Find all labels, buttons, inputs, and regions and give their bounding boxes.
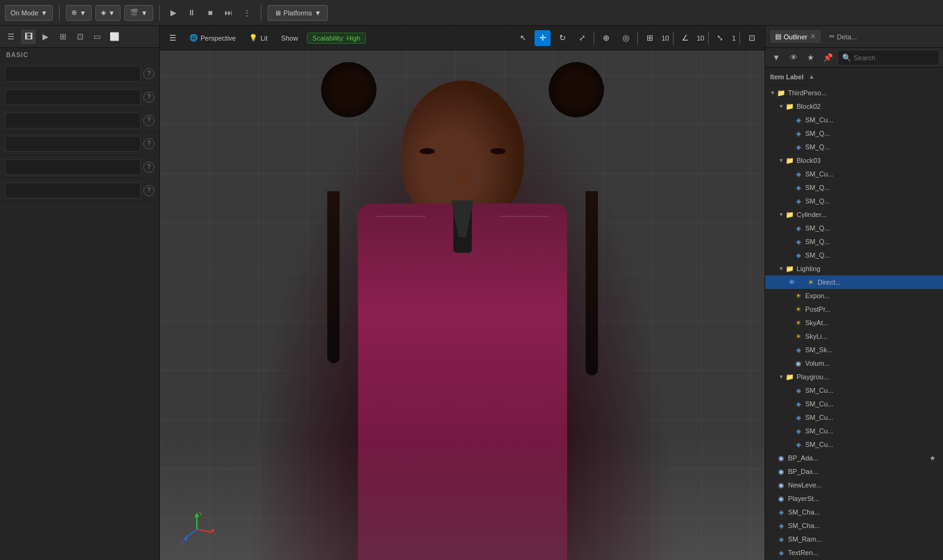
tree-item[interactable]: ☀ SkyAt... xyxy=(765,316,943,329)
lp-play-btn[interactable]: ▶ xyxy=(38,30,53,44)
tab-details[interactable]: ✏ Deta... xyxy=(824,30,862,43)
tree-arrow[interactable]: ▼ xyxy=(769,89,776,97)
outliner-list[interactable]: ▼ 📁 ThirdPerso... ▼ 📁 Block02 ◈ SM_Cu...… xyxy=(765,86,943,560)
tree-item[interactable]: ◈ SM_Cu... xyxy=(765,384,943,397)
tree-item[interactable]: ◈ SM_Q... xyxy=(765,221,943,235)
star-filter-btn[interactable]: ★ xyxy=(803,50,818,65)
outliner-tab-close[interactable]: ✕ xyxy=(810,33,816,41)
platforms-button[interactable]: 🖥 Platforms ▼ xyxy=(268,5,328,21)
tree-item[interactable]: ◉ NewLeve... xyxy=(765,478,943,492)
scale-tool-btn[interactable]: ⤢ xyxy=(574,30,590,46)
lp-grid4-btn[interactable]: ⊞ xyxy=(55,30,70,44)
property-input-2[interactable] xyxy=(5,89,141,105)
pin-filter-btn[interactable]: 📌 xyxy=(821,50,835,65)
grid-size-input[interactable]: 10 xyxy=(661,34,669,42)
skip-button[interactable]: ⏭ xyxy=(221,6,236,20)
tree-item[interactable]: ◈ SM_Ram... xyxy=(765,532,943,546)
tree-arrow[interactable]: ▼ xyxy=(778,265,785,272)
tree-item[interactable]: ◈ SM_Cu... xyxy=(765,113,943,127)
tree-item[interactable]: ◈ SM_Q... xyxy=(765,194,943,208)
grid-view-btn[interactable]: ⊞ xyxy=(642,30,658,46)
tree-item[interactable]: ◈ SM_Sk... xyxy=(765,343,943,357)
cinema-btn[interactable]: 🎬 ▼ xyxy=(124,5,153,21)
lp-rect-btn[interactable]: ▭ xyxy=(90,30,105,44)
tree-item[interactable]: ▼ 📁 ThirdPerso... xyxy=(765,86,943,100)
scalability-badge[interactable]: Scalability: High xyxy=(307,33,366,44)
tree-item[interactable]: ◈ SM_Q... xyxy=(765,140,943,154)
tree-item[interactable]: ☀ PostPr... xyxy=(765,302,943,316)
property-input-3[interactable] xyxy=(5,112,141,128)
outliner-search[interactable]: 🔍 xyxy=(838,50,939,66)
tree-item[interactable]: ☀ Expon... xyxy=(765,289,943,302)
tab-outliner[interactable]: ▤ Outliner ✕ xyxy=(770,30,821,43)
lit-btn[interactable]: 💡 Lit xyxy=(244,32,273,44)
property-input-4[interactable] xyxy=(5,136,141,152)
help-btn-1[interactable]: ? xyxy=(143,68,154,79)
blueprint-btn[interactable]: ◈ ▼ xyxy=(95,5,121,21)
tree-arrow[interactable]: ▼ xyxy=(778,373,785,381)
tree-item[interactable]: ◈ SM_Q... xyxy=(765,248,943,262)
mode-selector[interactable]: On Mode ▼ xyxy=(5,5,53,21)
pause-button[interactable]: ⏸ xyxy=(185,6,199,20)
tree-item[interactable]: ☀ SkyLi... xyxy=(765,329,943,343)
viewport-menu-btn[interactable]: ☰ xyxy=(165,30,181,46)
tree-item[interactable]: ◈ SM_Cu... xyxy=(765,397,943,411)
surface-snapping-btn[interactable]: ◎ xyxy=(618,30,634,46)
rotation-snap-btn[interactable]: ∠ xyxy=(677,30,693,46)
tree-arrow[interactable]: ▼ xyxy=(778,157,785,164)
transform-tool-btn[interactable]: ✛ xyxy=(535,30,551,46)
tree-arrow[interactable]: ▼ xyxy=(778,211,785,218)
scale-snap-btn[interactable]: ⤡ xyxy=(712,30,728,46)
help-btn-6[interactable]: ? xyxy=(143,185,154,196)
camera-options-btn[interactable]: ⊡ xyxy=(744,30,760,46)
filter-btn[interactable]: ▼ xyxy=(769,50,784,65)
search-input[interactable] xyxy=(854,54,935,61)
tree-item[interactable]: ▼ 📁 Block02 xyxy=(765,100,943,113)
select-tool-btn[interactable]: ↖ xyxy=(515,30,531,46)
tree-item[interactable]: ◈ SM_Cu... xyxy=(765,438,943,451)
rotation-snap-input[interactable]: 10 xyxy=(697,34,704,42)
tree-item[interactable]: ▼ 📁 Block03 xyxy=(765,154,943,167)
tree-item[interactable]: ◉ Volum... xyxy=(765,357,943,370)
rotate-tool-btn[interactable]: ↻ xyxy=(554,30,570,46)
favorite-star-btn[interactable]: ★ xyxy=(927,452,938,463)
tree-item[interactable]: ▼ 📁 Cylinder... xyxy=(765,208,943,221)
play-button[interactable]: ▶ xyxy=(166,6,181,20)
help-btn-4[interactable]: ? xyxy=(143,138,154,149)
help-btn-2[interactable]: ? xyxy=(143,92,154,103)
show-btn[interactable]: Show xyxy=(276,33,303,44)
lp-list-btn[interactable]: ☰ xyxy=(4,30,18,44)
lp-window-btn[interactable]: ⊡ xyxy=(73,30,87,44)
help-btn-5[interactable]: ? xyxy=(143,162,154,173)
help-btn-3[interactable]: ? xyxy=(143,115,154,126)
tree-item[interactable]: ◉ BP_Dax... xyxy=(765,465,943,478)
stop-button[interactable]: ■ xyxy=(203,6,218,20)
property-input-5[interactable] xyxy=(5,159,141,175)
tree-item[interactable]: ◉ PlayerSt... xyxy=(765,492,943,505)
lp-film-btn[interactable]: 🎞 xyxy=(21,30,36,44)
add-actor-btn[interactable]: ⊕ ▼ xyxy=(66,5,92,21)
tree-item[interactable]: ◈ SM_Cu... xyxy=(765,424,943,438)
item-label-sort-icon[interactable]: ▲ xyxy=(808,73,814,80)
tree-item[interactable]: ▼ 📁 Lighting xyxy=(765,262,943,275)
viewport[interactable]: X Y Z ☰ 🌐 Perspective 💡 Lit Show xyxy=(160,26,765,560)
tree-item[interactable]: ◈ SM_Cu... xyxy=(765,411,943,424)
tree-item[interactable]: ◈ SM_Q... xyxy=(765,181,943,194)
tree-item[interactable]: ◈ SM_Cu... xyxy=(765,167,943,181)
property-input-1[interactable] xyxy=(5,66,141,82)
tree-item[interactable]: ◈ SM_Q... xyxy=(765,235,943,248)
property-input-6[interactable] xyxy=(5,183,141,199)
tree-item[interactable]: ▼ 📁 Playgrou... xyxy=(765,370,943,384)
perspective-btn[interactable]: 🌐 Perspective xyxy=(185,32,241,44)
tree-item[interactable]: ◈ SM_Cha... xyxy=(765,519,943,532)
lp-extra-btn[interactable]: ⬜ xyxy=(107,30,122,44)
extra-options-btn[interactable]: ⋮ xyxy=(240,6,255,20)
eye-filter-btn[interactable]: 👁 xyxy=(786,50,801,65)
tree-item[interactable]: ◈ TextRen... xyxy=(765,546,943,559)
tree-arrow[interactable]: ▼ xyxy=(778,103,785,110)
scale-snap-input[interactable]: 1 xyxy=(732,34,736,42)
tree-item[interactable]: ◈ SM_Q... xyxy=(765,127,943,140)
tree-item[interactable]: ◉ BP_Ada... ★ xyxy=(765,451,943,465)
world-space-btn[interactable]: ⊕ xyxy=(598,30,614,46)
tree-item[interactable]: 👁 ☀ Direct... xyxy=(765,275,943,289)
